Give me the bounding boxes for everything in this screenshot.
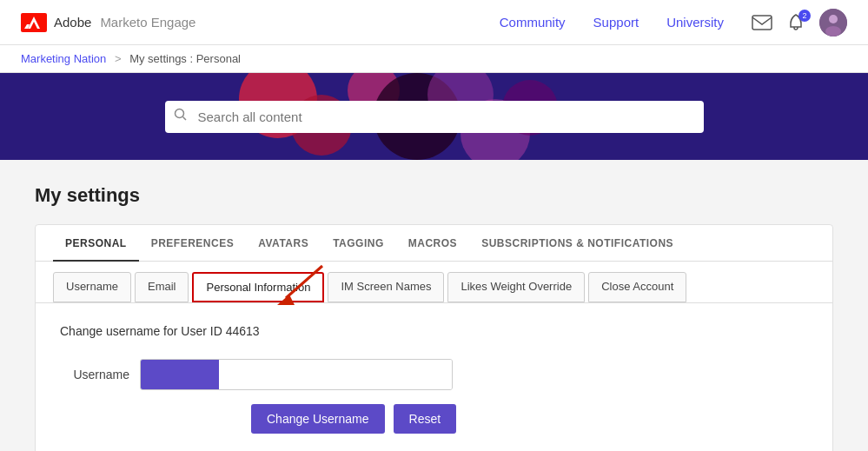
settings-card: PERSONAL PREFERENCES AVATARS TAGGING MAC… bbox=[35, 224, 833, 451]
svg-line-16 bbox=[286, 266, 322, 298]
notifications-button[interactable]: 2 bbox=[786, 13, 805, 32]
adobe-icon bbox=[21, 13, 47, 32]
svg-rect-3 bbox=[752, 16, 772, 30]
search-input[interactable] bbox=[165, 101, 704, 133]
tab-preferences[interactable]: PREFERENCES bbox=[139, 225, 247, 262]
tab-tagging[interactable]: TAGGING bbox=[321, 225, 396, 262]
form-area: Change username for User ID 44613 Userna… bbox=[36, 303, 832, 451]
page-title: My settings bbox=[35, 184, 833, 207]
hero-banner bbox=[0, 73, 868, 160]
tab-personal[interactable]: PERSONAL bbox=[53, 225, 139, 262]
breadcrumb-parent[interactable]: Marketing Nation bbox=[21, 52, 106, 65]
search-container bbox=[165, 101, 704, 133]
change-username-button[interactable]: Change Username bbox=[251, 404, 385, 434]
form-description: Change username for User ID 44613 bbox=[60, 324, 808, 338]
username-label: Username bbox=[60, 368, 129, 381]
mail-button[interactable] bbox=[752, 15, 772, 30]
tab-close-account[interactable]: Close Account bbox=[588, 272, 686, 302]
tab-email[interactable]: Email bbox=[135, 272, 189, 302]
nav-community[interactable]: Community bbox=[500, 15, 566, 30]
username-row: Username bbox=[60, 359, 808, 390]
secondary-tabs: Username Email Personal Information IM S… bbox=[36, 262, 832, 303]
breadcrumb: Marketing Nation > My settings : Persona… bbox=[0, 45, 868, 73]
breadcrumb-current: My settings : Personal bbox=[129, 52, 241, 65]
mail-icon bbox=[752, 15, 772, 30]
nav-university[interactable]: University bbox=[666, 15, 724, 30]
tab-macros[interactable]: MACROS bbox=[396, 225, 469, 262]
arrow-annotation bbox=[270, 262, 331, 313]
tab-subscriptions[interactable]: SUBSCRIPTIONS & NOTIFICATIONS bbox=[469, 225, 686, 262]
username-prefix-block bbox=[141, 360, 219, 389]
header: Adobe Marketo Engage Community Support U… bbox=[0, 0, 868, 45]
svg-point-14 bbox=[175, 109, 183, 118]
logo-brand: Adobe bbox=[54, 15, 91, 30]
form-buttons: Change Username Reset bbox=[60, 404, 808, 434]
main-content: My settings PERSONAL PREFERENCES AVATARS… bbox=[0, 160, 868, 451]
header-icons: 2 bbox=[752, 9, 847, 36]
tab-likes-weight[interactable]: Likes Weight Override bbox=[447, 272, 585, 302]
svg-line-15 bbox=[182, 117, 186, 121]
notification-badge: 2 bbox=[798, 10, 811, 22]
tab-im-screen-names[interactable]: IM Screen Names bbox=[328, 272, 444, 302]
avatar bbox=[819, 9, 847, 36]
breadcrumb-separator: > bbox=[115, 52, 122, 65]
avatar-image bbox=[819, 9, 847, 36]
username-input-wrapper bbox=[140, 359, 453, 390]
nav-support[interactable]: Support bbox=[593, 15, 639, 30]
svg-marker-17 bbox=[277, 295, 295, 305]
svg-rect-0 bbox=[21, 13, 47, 32]
tab-username[interactable]: Username bbox=[53, 272, 131, 302]
svg-point-6 bbox=[825, 26, 841, 36]
reset-button[interactable]: Reset bbox=[394, 404, 457, 434]
profile-button[interactable] bbox=[819, 9, 847, 36]
primary-tabs: PERSONAL PREFERENCES AVATARS TAGGING MAC… bbox=[36, 225, 832, 262]
main-nav: Community Support University bbox=[500, 15, 724, 30]
tab-avatars[interactable]: AVATARS bbox=[246, 225, 321, 262]
search-icon bbox=[174, 108, 188, 125]
logo-product: Marketo Engage bbox=[100, 15, 195, 30]
username-field[interactable] bbox=[219, 360, 452, 389]
svg-point-5 bbox=[829, 15, 838, 23]
logo-area: Adobe Marketo Engage bbox=[21, 13, 195, 32]
